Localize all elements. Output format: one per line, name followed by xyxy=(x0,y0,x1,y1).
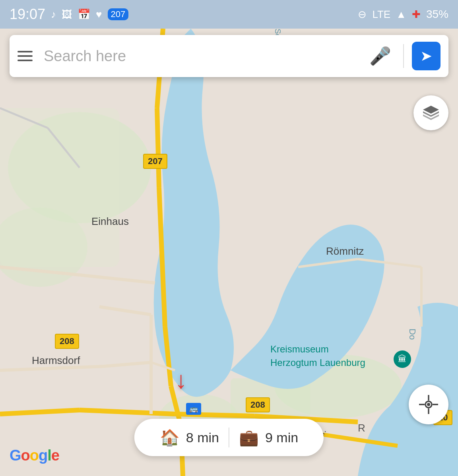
location-icon xyxy=(418,394,439,415)
eta-bar: 🏠 8 min 💼 9 min xyxy=(134,419,324,456)
museum-icon: 🏛 xyxy=(394,350,411,368)
lte-do-not-disturb-icon: ⊖ xyxy=(358,8,367,21)
search-input[interactable]: Search here xyxy=(44,48,369,65)
work-icon: 💼 xyxy=(239,428,259,447)
google-g2: g xyxy=(39,447,47,464)
google-logo: Google xyxy=(10,447,59,464)
svg-point-39 xyxy=(427,403,430,406)
notification-badge: 207 xyxy=(108,8,129,20)
transit-stop-icon: 🚌 xyxy=(186,403,201,415)
music-icon: ♪ xyxy=(51,8,56,21)
directions-icon: ➤ xyxy=(420,48,432,64)
directions-button[interactable]: ➤ xyxy=(412,42,441,70)
layers-icon xyxy=(421,103,441,122)
signal-icon: ▲ xyxy=(396,8,406,21)
eta-home-section[interactable]: 🏠 8 min xyxy=(150,428,229,447)
svg-line-8 xyxy=(157,108,159,188)
photo-icon: 🖼 xyxy=(62,8,72,21)
layer-button[interactable] xyxy=(413,95,448,130)
menu-line-1 xyxy=(17,51,33,52)
map-background: Einhaus Römnitz Harmsdorf 207 208 208 20… xyxy=(0,29,458,476)
status-bar: 19:07 ♪ 🖼 📅 ♥ 207 ⊖ LTE ▲ ✚ 35% xyxy=(0,0,458,29)
calendar-icon: 📅 xyxy=(78,8,90,21)
search-divider xyxy=(403,44,404,68)
status-time: 19:07 xyxy=(10,6,45,23)
google-e: e xyxy=(51,447,59,464)
menu-line-3 xyxy=(17,60,33,61)
google-o2: o xyxy=(30,447,39,464)
google-g: G xyxy=(10,447,21,464)
home-icon: 🏠 xyxy=(160,428,180,447)
location-button[interactable] xyxy=(409,385,448,424)
google-o1: o xyxy=(21,447,30,464)
map-pin: ↓ xyxy=(175,366,187,394)
svg-rect-3 xyxy=(0,108,119,267)
battery-cross-icon: ✚ xyxy=(412,8,421,21)
menu-button[interactable] xyxy=(17,51,33,61)
network-label: LTE xyxy=(372,8,390,21)
eta-home-time: 8 min xyxy=(186,430,219,445)
eta-work-section[interactable]: 💼 9 min xyxy=(229,428,308,447)
eta-work-time: 9 min xyxy=(265,430,298,445)
mic-button[interactable]: 🎤 xyxy=(369,46,391,66)
city-label-ratzeburg: R xyxy=(358,422,365,434)
map-svg xyxy=(0,29,458,476)
search-bar[interactable]: Search here 🎤 ➤ xyxy=(10,35,448,77)
heart-icon: ♥ xyxy=(96,8,102,21)
battery-level: 35% xyxy=(426,8,448,21)
menu-line-2 xyxy=(17,55,33,57)
google-l: l xyxy=(47,447,51,464)
